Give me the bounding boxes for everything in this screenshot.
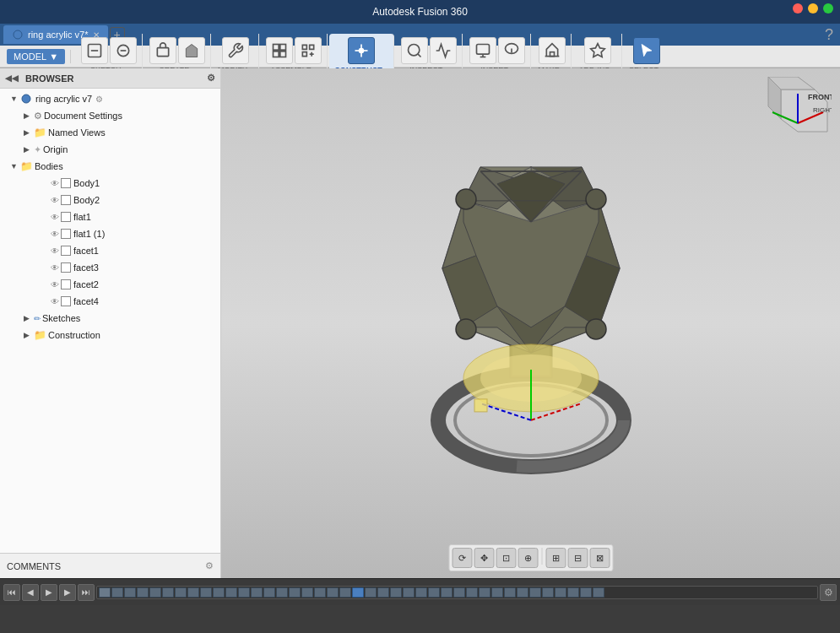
next-frame-btn[interactable]: ▶ bbox=[59, 584, 76, 601]
ts-7[interactable] bbox=[175, 587, 187, 598]
ts-16[interactable] bbox=[289, 587, 301, 598]
select-btn[interactable] bbox=[633, 37, 660, 64]
flat1-1-eye[interactable]: 👁 bbox=[51, 230, 59, 239]
sketch-btn-1[interactable] bbox=[81, 37, 108, 64]
facet1-eye[interactable]: 👁 bbox=[51, 246, 59, 256]
facet4-eye[interactable]: 👁 bbox=[51, 297, 59, 306]
ts-13[interactable] bbox=[251, 587, 263, 598]
browser-named-views[interactable]: ▶ 📁 Named Views bbox=[0, 124, 220, 141]
ts-14[interactable] bbox=[263, 587, 275, 598]
addins-btn[interactable] bbox=[584, 37, 611, 64]
assemble-btn-1[interactable] bbox=[266, 37, 293, 64]
ts-10[interactable] bbox=[213, 587, 225, 598]
browser-root[interactable]: ▼ ring acrylic v7 ⚙ bbox=[0, 90, 220, 107]
ts-20[interactable] bbox=[339, 587, 351, 598]
prev-frame-btn[interactable]: ◀ bbox=[22, 584, 39, 601]
ts-38[interactable] bbox=[567, 587, 579, 598]
ts-23[interactable] bbox=[377, 587, 389, 598]
window-maximize-btn[interactable] bbox=[823, 3, 833, 14]
sketch-btn-2[interactable] bbox=[110, 37, 137, 64]
timeline-settings-btn[interactable]: ⚙ bbox=[820, 584, 837, 601]
browser-flat1-1[interactable]: 👁 flat1 (1) bbox=[0, 225, 220, 242]
ts-18[interactable] bbox=[314, 587, 326, 598]
ts-35[interactable] bbox=[529, 587, 541, 598]
browser-body1[interactable]: 👁 Body1 bbox=[0, 175, 220, 192]
ts-15[interactable] bbox=[276, 587, 288, 598]
zoom-btn[interactable]: ⊕ bbox=[518, 548, 538, 568]
browser-facet2[interactable]: 👁 facet2 bbox=[0, 276, 220, 293]
ts-37[interactable] bbox=[555, 587, 566, 598]
ts-17[interactable] bbox=[301, 587, 313, 598]
browser-body2[interactable]: 👁 Body2 bbox=[0, 192, 220, 208]
ts-9[interactable] bbox=[200, 587, 212, 598]
browser-facet3[interactable]: 👁 facet3 bbox=[0, 259, 220, 276]
browser-settings-btn[interactable]: ⚙ bbox=[207, 73, 215, 84]
ts-12[interactable] bbox=[238, 587, 250, 598]
ts-30[interactable] bbox=[466, 587, 478, 598]
create-btn-1[interactable] bbox=[149, 37, 176, 64]
orbit-btn[interactable]: ⟳ bbox=[452, 548, 472, 568]
browser-construction[interactable]: ▶ 📁 Construction bbox=[0, 327, 220, 344]
ts-11[interactable] bbox=[225, 587, 237, 598]
ts-19[interactable] bbox=[327, 587, 339, 598]
display-mode-btn[interactable]: ⊞ bbox=[545, 548, 566, 568]
comments-bar[interactable]: COMMENTS ⚙ bbox=[0, 553, 220, 578]
browser-sketches[interactable]: ▶ ✏ Sketches bbox=[0, 310, 220, 327]
ts-29[interactable] bbox=[453, 587, 465, 598]
ts-40[interactable] bbox=[593, 587, 604, 598]
grid-btn[interactable]: ⊟ bbox=[567, 548, 588, 568]
ts-32[interactable] bbox=[491, 587, 503, 598]
browser-facet4[interactable]: 👁 facet4 bbox=[0, 293, 220, 310]
insert-btn-2[interactable] bbox=[498, 37, 525, 64]
ts-1[interactable] bbox=[99, 587, 111, 598]
inspect-btn-2[interactable] bbox=[430, 37, 457, 64]
ts-27[interactable] bbox=[428, 587, 440, 598]
timeline-track[interactable] bbox=[96, 586, 818, 599]
body2-eye[interactable]: 👁 bbox=[51, 196, 59, 205]
create-btn-2[interactable] bbox=[178, 37, 205, 64]
modify-btn[interactable] bbox=[222, 37, 249, 64]
ts-36[interactable] bbox=[542, 587, 554, 598]
window-close-btn[interactable] bbox=[793, 3, 803, 14]
ts-34[interactable] bbox=[517, 587, 528, 598]
last-frame-btn[interactable]: ⏭ bbox=[78, 584, 95, 601]
browser-facet1[interactable]: 👁 facet1 bbox=[0, 242, 220, 259]
construct-btn[interactable] bbox=[348, 37, 375, 64]
ts-33[interactable] bbox=[504, 587, 516, 598]
model-menu[interactable]: MODEL ▼ bbox=[7, 49, 65, 64]
ts-28[interactable] bbox=[441, 587, 453, 598]
zoom-all-btn[interactable]: ⊡ bbox=[496, 548, 516, 568]
body1-eye[interactable]: 👁 bbox=[51, 179, 59, 188]
insert-btn-1[interactable] bbox=[469, 37, 496, 64]
facet3-eye[interactable]: 👁 bbox=[51, 263, 59, 273]
window-minimize-btn[interactable] bbox=[808, 3, 818, 14]
ts-25[interactable] bbox=[403, 587, 415, 598]
ts-31[interactable] bbox=[479, 587, 490, 598]
ts-24[interactable] bbox=[390, 587, 402, 598]
ts-2[interactable] bbox=[111, 587, 123, 598]
first-frame-btn[interactable]: ⏮ bbox=[3, 584, 20, 601]
display-options-btn[interactable]: ⊠ bbox=[589, 548, 610, 568]
ts-26[interactable] bbox=[415, 587, 427, 598]
browser-collapse-btn[interactable]: ◀◀ bbox=[5, 73, 19, 83]
ts-5[interactable] bbox=[149, 587, 161, 598]
inspect-btn-1[interactable] bbox=[401, 37, 428, 64]
ts-21[interactable] bbox=[352, 587, 364, 598]
browser-flat1[interactable]: 👁 flat1 bbox=[0, 208, 220, 225]
view-cube[interactable]: FRONT RIGHT bbox=[764, 77, 832, 144]
ts-3[interactable] bbox=[124, 587, 136, 598]
ts-22[interactable] bbox=[365, 587, 377, 598]
viewport[interactable]: FRONT RIGHT bbox=[221, 68, 840, 578]
ts-4[interactable] bbox=[137, 587, 149, 598]
browser-bodies[interactable]: ▼ 📁 Bodies bbox=[0, 158, 220, 175]
ts-39[interactable] bbox=[580, 587, 592, 598]
browser-root-settings[interactable]: ⚙ bbox=[95, 95, 103, 104]
browser-origin[interactable]: ▶ ✦ Origin bbox=[0, 141, 220, 158]
ts-8[interactable] bbox=[187, 587, 199, 598]
browser-doc-settings[interactable]: ▶ ⚙ Document Settings bbox=[0, 107, 220, 124]
comments-settings-btn[interactable]: ⚙ bbox=[205, 560, 214, 571]
make-btn[interactable] bbox=[539, 37, 566, 64]
ts-6[interactable] bbox=[162, 587, 174, 598]
pan-btn[interactable]: ✥ bbox=[474, 548, 494, 568]
play-btn[interactable]: ▶ bbox=[41, 584, 57, 601]
